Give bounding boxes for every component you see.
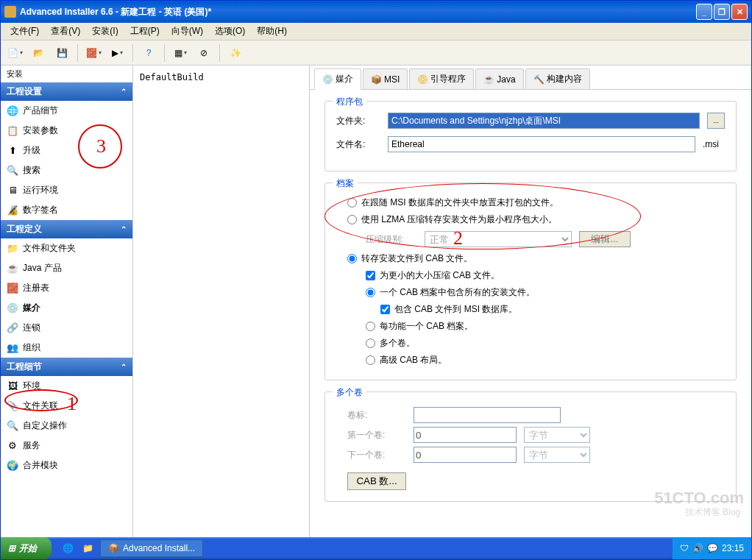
browse-button[interactable]: ... bbox=[707, 113, 725, 129]
next-vol-label: 下一个卷: bbox=[347, 449, 406, 461]
radio-single-cab[interactable] bbox=[366, 288, 375, 297]
radio-cab[interactable] bbox=[347, 254, 357, 263]
nav-install-params[interactable]: 📋安装参数 bbox=[1, 121, 132, 141]
nav-media[interactable]: 💿媒介 bbox=[1, 298, 132, 318]
nav-label: Java 产品 bbox=[23, 262, 62, 274]
first-vol-unit[interactable]: 字节 bbox=[524, 427, 590, 443]
nav-upgrade[interactable]: ⬆升级 bbox=[1, 141, 132, 160]
nav-custom[interactable]: 🔍自定义操作 bbox=[1, 416, 132, 436]
nav-files[interactable]: 📁文件和文件夹 bbox=[1, 238, 132, 258]
assoc-icon: 📎 bbox=[7, 400, 18, 412]
menu-wizard[interactable]: 向导(W) bbox=[166, 23, 209, 40]
task-advanced-installer[interactable]: 📦Advanced Install... bbox=[100, 539, 203, 557]
tray-icon[interactable]: 🔊 bbox=[692, 543, 703, 553]
folder-icon[interactable]: 📁 bbox=[79, 540, 96, 556]
build-icon[interactable]: 🧱▾ bbox=[83, 43, 104, 63]
stop-icon[interactable]: ⊘ bbox=[194, 43, 214, 63]
nav-label: 文件和文件夹 bbox=[23, 242, 76, 255]
nav-java[interactable]: ☕Java 产品 bbox=[1, 258, 132, 278]
start-button[interactable]: ⊞开始 bbox=[1, 537, 52, 559]
tab-java[interactable]: ☕Java bbox=[475, 68, 523, 89]
vol-label: 卷标: bbox=[347, 409, 406, 422]
section-label: 工程细节 bbox=[7, 361, 42, 373]
check-compress-cab[interactable] bbox=[366, 271, 375, 280]
radio-advanced[interactable] bbox=[366, 355, 375, 365]
tray-icon[interactable]: 🛡 bbox=[680, 543, 689, 553]
ext-label: .msi bbox=[703, 139, 725, 149]
windows-icon: ⊞ bbox=[8, 543, 15, 553]
filename-input[interactable] bbox=[388, 136, 695, 152]
minimize-button[interactable]: _ bbox=[696, 4, 712, 20]
task-label: Advanced Install... bbox=[123, 543, 195, 553]
menu-view[interactable]: 查看(V) bbox=[45, 23, 86, 40]
main-panel: 💿媒介 📦MSI 📀引导程序 ☕Java 🔨构建内容 程序包 文件夹: ... … bbox=[310, 65, 751, 537]
wand-icon[interactable]: ✨ bbox=[225, 43, 246, 63]
radio-per-feature[interactable] bbox=[366, 322, 375, 331]
java-icon: ☕ bbox=[7, 263, 18, 274]
radio-label: 转存安装文件到 CAB 文件。 bbox=[361, 252, 472, 265]
ie-icon[interactable]: 🌐 bbox=[59, 540, 77, 556]
chevron-icon: ⌃ bbox=[121, 88, 127, 96]
menu-help[interactable]: 帮助(H) bbox=[251, 23, 293, 40]
first-vol-label: 第一个卷: bbox=[347, 429, 406, 442]
upgrade-icon: ⬆ bbox=[7, 145, 18, 157]
folder-input[interactable] bbox=[388, 113, 700, 129]
section-definition[interactable]: 工程定义⌃ bbox=[1, 220, 132, 238]
save-icon[interactable]: 💾 bbox=[52, 43, 72, 63]
tab-bootstrap[interactable]: 📀引导程序 bbox=[409, 68, 474, 89]
java-icon: ☕ bbox=[483, 74, 494, 85]
close-button[interactable]: ✕ bbox=[731, 4, 748, 20]
volumes-fieldset: 多个卷 卷标: 第一个卷:字节 下一个卷:字节 CAB 数... bbox=[324, 391, 737, 502]
menu-options[interactable]: 选项(O) bbox=[209, 23, 251, 40]
check-include-cab[interactable] bbox=[380, 305, 390, 314]
vol-label-input[interactable] bbox=[414, 407, 561, 423]
build-item[interactable]: DefaultBuild bbox=[138, 70, 305, 85]
nav-label: 合并模块 bbox=[23, 459, 58, 472]
first-vol-input[interactable] bbox=[414, 427, 517, 443]
nav-label: 媒介 bbox=[23, 302, 40, 314]
separator bbox=[77, 44, 78, 62]
radio-lzma[interactable] bbox=[347, 215, 357, 224]
nav-registry[interactable]: 🧱注册表 bbox=[1, 278, 132, 298]
nav-services[interactable]: ⚙服务 bbox=[1, 436, 132, 456]
tray-icon[interactable]: 💬 bbox=[707, 543, 718, 553]
maximize-button[interactable]: ❐ bbox=[714, 4, 730, 20]
clock[interactable]: 23:15 bbox=[722, 543, 744, 553]
nav-label: 注册表 bbox=[23, 282, 49, 294]
tab-media[interactable]: 💿媒介 bbox=[314, 68, 361, 90]
chevron-icon: ⌃ bbox=[121, 363, 127, 371]
tab-build[interactable]: 🔨构建内容 bbox=[525, 68, 590, 89]
tab-msi[interactable]: 📦MSI bbox=[363, 68, 408, 89]
cab-count-button[interactable]: CAB 数... bbox=[347, 472, 406, 490]
nav-signature[interactable]: 🔏数字签名 bbox=[1, 200, 132, 220]
nav-runtime[interactable]: 🖥运行环境 bbox=[1, 180, 132, 200]
open-icon[interactable]: 📂 bbox=[28, 43, 49, 63]
separator bbox=[164, 44, 165, 62]
menu-install[interactable]: 安装(I) bbox=[86, 23, 124, 40]
next-vol-unit[interactable]: 字节 bbox=[524, 447, 590, 463]
nav-search[interactable]: 🔍搜索 bbox=[1, 160, 132, 180]
run-icon[interactable]: ▶▾ bbox=[107, 43, 127, 63]
tab-label: 引导程序 bbox=[430, 73, 466, 85]
nav-merge[interactable]: 🌍合并模块 bbox=[1, 456, 132, 475]
grid-icon[interactable]: ▦▾ bbox=[170, 43, 191, 63]
section-details[interactable]: 工程细节⌃ bbox=[1, 358, 132, 376]
titlebar: Advanced Installer 6.6 - 新建工程 - 英语 (美国)*… bbox=[1, 1, 751, 23]
nav-product-details[interactable]: 🌐产品细节 bbox=[1, 101, 132, 121]
new-icon[interactable]: 📄▾ bbox=[4, 43, 25, 63]
radio-multi-vol[interactable] bbox=[366, 339, 375, 348]
search-icon: 🔍 bbox=[7, 165, 18, 177]
menu-project[interactable]: 工程(P) bbox=[124, 23, 166, 40]
edit-button[interactable]: 编辑... bbox=[579, 231, 631, 247]
archive-fieldset: 档案 在跟随 MSI 数据库的文件夹中放置未打包的文件。 使用 LZMA 压缩转… bbox=[324, 182, 737, 380]
radio-unpacked[interactable] bbox=[347, 198, 357, 208]
tab-label: 媒介 bbox=[336, 73, 353, 85]
compress-select[interactable]: 正常 bbox=[425, 231, 572, 247]
help-icon[interactable]: ? bbox=[138, 43, 159, 63]
nav-label: 运行环境 bbox=[23, 184, 58, 196]
nav-organize[interactable]: 👥组织 bbox=[1, 338, 132, 358]
nav-chain[interactable]: 🔗连锁 bbox=[1, 318, 132, 338]
next-vol-input[interactable] bbox=[414, 447, 517, 463]
section-settings[interactable]: 工程设置⌃ bbox=[1, 82, 132, 101]
menu-file[interactable]: 文件(F) bbox=[4, 23, 45, 40]
